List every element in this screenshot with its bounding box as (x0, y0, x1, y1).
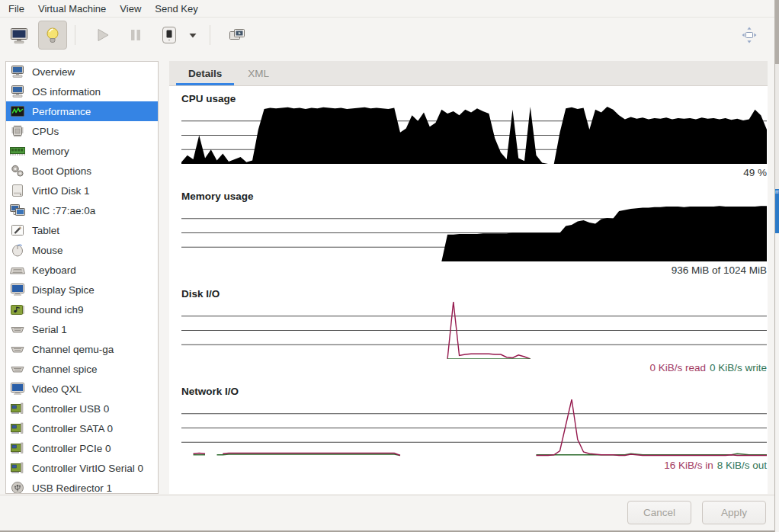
sidebar-item-nic-77-ae-0a[interactable]: NIC :77:ae:0a (6, 200, 158, 220)
memory-icon (9, 144, 26, 158)
sidebar-item-label: Display Spice (32, 284, 95, 296)
sidebar-item-video-qxl[interactable]: Video QXL (6, 379, 158, 399)
serial-icon (9, 322, 26, 336)
menu-file[interactable]: File (2, 2, 31, 16)
sidebar-item-label: Controller SATA 0 (32, 423, 113, 434)
chart-memory: Memory usage936 MiB of 1024 MiB (181, 191, 767, 277)
sidebar-item-controller-virtio-serial-0[interactable]: Controller VirtIO Serial 0 (6, 458, 158, 478)
sidebar-item-performance[interactable]: Performance (6, 101, 158, 121)
toolbar-separator (210, 25, 210, 45)
chart-network: Network I/O16 KiB/s in8 KiB/s out (181, 386, 767, 473)
sidebar-item-os-information[interactable]: OS information (6, 82, 158, 101)
computer-icon (9, 65, 26, 79)
sidebar-item-label: Channel spice (32, 364, 98, 375)
sidebar-item-channel-spice[interactable]: Channel spice (6, 359, 158, 379)
serial-icon (9, 362, 26, 376)
sidebar-item-serial-1[interactable]: Serial 1 (6, 319, 158, 339)
tab-label: XML (248, 68, 269, 79)
sidebar-item-boot-options[interactable]: Boot Options (6, 161, 158, 181)
sliver-rest (775, 233, 779, 532)
apply-button[interactable]: Apply (702, 501, 766, 524)
display-icon (9, 382, 26, 396)
disk-icon (9, 184, 26, 197)
sidebar-item-tablet[interactable]: Tablet (6, 220, 158, 240)
network-sparkline (181, 399, 767, 457)
network-title: Network I/O (181, 386, 767, 399)
sidebar-item-label: Serial 1 (32, 324, 67, 335)
sidebar-item-label: Controller USB 0 (32, 403, 109, 415)
details-panel: DetailsXML CPU usage49 %Memory usage936 … (169, 61, 768, 494)
disk-value-part: 0 KiB/s write (710, 362, 767, 373)
sidebar-item-cpus[interactable]: CPUs (6, 121, 158, 141)
sidebar-item-label: Keyboard (32, 264, 76, 276)
sidebar-item-label: Performance (32, 106, 91, 117)
sidebar-item-controller-usb-0[interactable]: Controller USB 0 (6, 399, 158, 418)
disk-current-value: 0 KiB/s read0 KiB/s write (181, 362, 767, 375)
pause-button[interactable] (121, 21, 150, 50)
sidebar-item-label: Controller VirtIO Serial 0 (32, 463, 143, 474)
sidebar-item-usb-redirector-1[interactable]: USB Redirector 1 (6, 478, 158, 494)
performance-icon (9, 104, 26, 118)
sidebar-item-virtio-disk-1[interactable]: VirtIO Disk 1 (6, 181, 158, 200)
sidebar-item-label: NIC :77:ae:0a (32, 205, 95, 216)
menu-send-key[interactable]: Send Key (148, 2, 204, 16)
sidebar-item-controller-pcie-0[interactable]: Controller PCIe 0 (6, 438, 158, 458)
background-window-sliver: m (775, 0, 779, 532)
tb-pause-icon (125, 24, 146, 46)
bottom-bar: Cancel Apply (0, 495, 774, 530)
hardware-list: OverviewOS informationPerformanceCPUsMem… (5, 61, 159, 494)
sidebar-item-mouse[interactable]: Mouse (6, 240, 158, 260)
menu-virtual-machine[interactable]: Virtual Machine (31, 2, 113, 16)
sidebar-item-keyboard[interactable]: Keyboard (6, 260, 158, 280)
pcicard-icon (9, 402, 26, 415)
sidebar-item-memory[interactable]: Memory (6, 141, 158, 161)
menu-view[interactable]: View (113, 2, 148, 16)
serial-icon (9, 342, 26, 356)
sidebar-item-label: VirtIO Disk 1 (32, 185, 90, 197)
tabstrip: DetailsXML (169, 61, 768, 86)
sidebar-item-label: Mouse (32, 245, 63, 256)
details-button[interactable] (38, 21, 67, 50)
sidebar-item-label: CPUs (32, 126, 59, 137)
disk-sparkline (181, 302, 767, 359)
sidebar-item-overview[interactable]: Overview (6, 62, 158, 82)
keyboard-icon (9, 263, 26, 277)
fullscreen-button[interactable] (735, 21, 764, 50)
toolbar (0, 18, 774, 52)
tab-xml[interactable]: XML (235, 61, 282, 85)
sidebar-item-display-spice[interactable]: Display Spice (6, 280, 158, 300)
console-button[interactable] (5, 21, 34, 50)
tb-shutdown-icon (159, 24, 180, 46)
shutdown-menu-button[interactable] (184, 21, 202, 50)
memory-value-part: 936 MiB of 1024 MiB (672, 264, 767, 276)
cpu-value-part: 49 % (743, 167, 767, 178)
shutdown-button[interactable] (155, 21, 184, 50)
run-button[interactable] (88, 21, 117, 50)
network-value-part: 8 KiB/s out (717, 460, 767, 471)
tab-details[interactable]: Details (175, 61, 235, 85)
virt-manager-window: FileVirtual MachineViewSend Key Overview… (0, 0, 779, 532)
cpu-sparkline (181, 107, 767, 164)
cpu-icon (9, 124, 26, 138)
sidebar-item-label: Video QXL (32, 383, 82, 395)
chart-disk: Disk I/O0 KiB/s read0 KiB/s write (181, 288, 767, 375)
tb-snapshots-icon (226, 24, 248, 46)
sound-icon (9, 303, 26, 316)
cpu-current-value: 49 % (181, 167, 767, 180)
sidebar-item-label: Tablet (32, 225, 59, 236)
sidebar-item-label: Channel qemu-ga (32, 344, 114, 355)
sliver-blue-selection: m (775, 189, 779, 233)
tb-fullscreen-icon (739, 24, 760, 46)
sidebar-item-controller-sata-0[interactable]: Controller SATA 0 (6, 418, 158, 438)
memory-sparkline (181, 204, 767, 261)
memory-current-value: 936 MiB of 1024 MiB (181, 264, 767, 277)
toolbar-separator (75, 25, 75, 45)
network-icon (9, 204, 26, 217)
sidebar-item-channel-qemu-ga[interactable]: Channel qemu-ga (6, 339, 158, 359)
sidebar-item-sound-ich9[interactable]: Sound ich9 (6, 300, 158, 319)
cancel-button[interactable]: Cancel (627, 501, 691, 524)
computer-icon (9, 85, 26, 98)
usb-icon (9, 481, 26, 494)
cpu-title: CPU usage (181, 93, 767, 107)
snapshots-button[interactable] (223, 21, 252, 50)
